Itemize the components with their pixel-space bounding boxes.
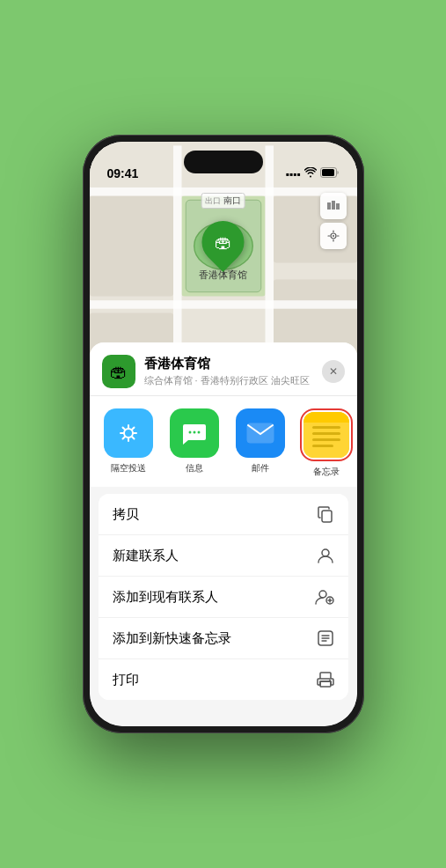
svg-rect-32 [312,426,340,429]
status-icons: ▪▪▪▪ [285,167,339,180]
share-row: 隔空投送 信息 [90,396,357,487]
map-type-button[interactable] [320,193,347,219]
phone-frame: 09:41 ▪▪▪▪ [83,135,364,733]
messages-label: 信息 [186,462,203,474]
airdrop-label: 隔空投送 [111,462,146,474]
svg-rect-34 [312,438,340,441]
bottom-sheet: 🏟 香港体育馆 综合体育馆 · 香港特别行政区 油尖旺区 ✕ [90,342,357,726]
mail-icon-wrap [236,408,285,458]
svg-point-24 [333,235,334,237]
add-contact-icon [315,588,334,606]
venue-info: 香港体育馆 综合体育馆 · 香港特别行政区 油尖旺区 [144,356,322,387]
location-button[interactable] [320,223,347,249]
svg-point-37 [322,549,329,556]
svg-point-38 [319,591,326,598]
svg-point-26 [189,431,192,434]
venue-desc: 综合体育馆 · 香港特别行政区 油尖旺区 [144,374,322,387]
svg-rect-35 [312,445,333,447]
signal-icon: ▪▪▪▪ [285,168,300,180]
map-nankou-label: 出口 南口 [201,193,245,209]
airdrop-icon-wrap [104,408,153,458]
svg-rect-1 [322,169,334,176]
stadium-pin: 🏟 香港体育馆 [199,221,247,282]
svg-rect-41 [320,673,331,679]
notes-selected-border [300,408,353,461]
label-prefix: 出口 [205,196,221,205]
svg-rect-42 [320,681,331,687]
share-messages[interactable]: 信息 [166,408,223,478]
venue-logo: 🏟 [102,355,135,388]
svg-point-43 [329,680,331,681]
print-label: 打印 [113,672,139,688]
status-time: 09:41 [107,166,139,180]
copy-icon [317,505,334,523]
svg-rect-12 [90,300,357,309]
new-contact-label: 新建联系人 [113,548,179,564]
svg-rect-33 [312,432,340,435]
quick-note-icon [317,629,334,647]
close-button[interactable]: ✕ [322,360,345,383]
notes-label: 备忘录 [313,466,340,478]
action-copy[interactable]: 拷贝 [99,494,348,535]
venue-logo-icon: 🏟 [110,362,128,382]
action-add-existing-contact[interactable]: 添加到现有联系人 [99,577,348,618]
mail-label: 邮件 [252,462,269,474]
svg-rect-31 [303,412,349,423]
action-print[interactable]: 打印 [99,659,348,700]
messages-icon-wrap [170,408,219,458]
svg-rect-3 [90,195,173,296]
wifi-icon [304,167,317,180]
print-icon [317,671,334,688]
action-quick-note[interactable]: 添加到新快速备忘录 [99,618,348,659]
share-airdrop[interactable]: 隔空投送 [100,408,157,478]
share-notes[interactable]: 备忘录 [298,408,355,478]
svg-rect-22 [336,203,340,210]
stadium-icon: 🏟 [215,232,232,253]
copy-label: 拷贝 [113,506,139,523]
pin-circle: 🏟 [194,212,253,272]
battery-icon [320,167,340,180]
dynamic-island [184,151,263,173]
sheet-header: 🏟 香港体育馆 综合体育馆 · 香港特别行政区 油尖旺区 ✕ [90,342,357,396]
action-new-contact[interactable]: 新建联系人 [99,535,348,577]
action-list: 拷贝 新建联系人 添加到现有联系人 [99,494,348,700]
svg-point-28 [198,431,201,434]
add-existing-label: 添加到现有联系人 [113,589,218,606]
svg-rect-36 [322,511,332,522]
svg-point-27 [194,431,196,434]
new-contact-icon [317,547,334,564]
map-controls[interactable] [320,193,347,253]
venue-name: 香港体育馆 [144,356,322,372]
quick-note-label: 添加到新快速备忘录 [113,630,231,647]
svg-rect-21 [332,201,335,210]
svg-rect-20 [327,202,331,210]
share-mail[interactable]: 邮件 [232,408,289,478]
nankou-text: 南口 [223,195,241,205]
phone-screen: 09:41 ▪▪▪▪ [90,142,357,726]
notes-icon-wrap [303,412,349,458]
